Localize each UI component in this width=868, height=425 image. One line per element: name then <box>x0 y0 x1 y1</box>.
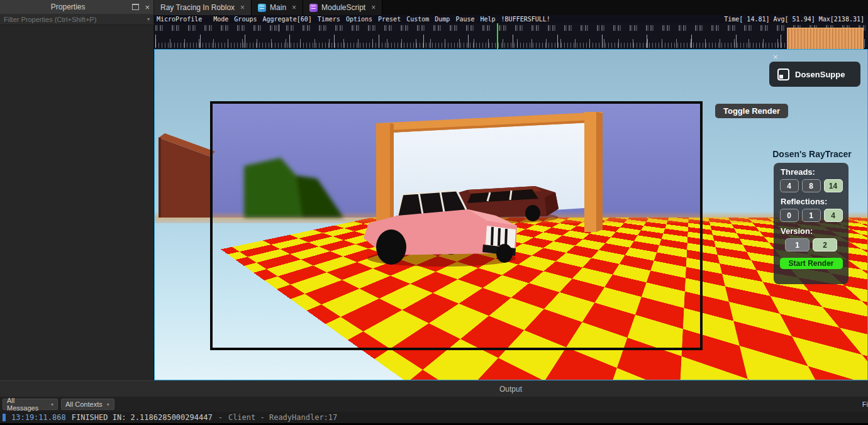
document-tab-bar: Ray Tracing In Roblox × Main × ModuleScr… <box>154 0 868 15</box>
threads-option-14[interactable]: 14 <box>824 179 843 192</box>
toggle-render-button[interactable]: Toggle Render <box>715 104 788 118</box>
message-type-icon <box>3 414 6 421</box>
notification-toast[interactable]: DosenSuppe <box>769 62 860 87</box>
group-icon <box>777 69 789 80</box>
microprofile-menu-item[interactable]: Custom <box>406 16 429 23</box>
log-separator: - <box>218 413 223 422</box>
output-panel-titlebar: Output <box>0 380 868 397</box>
messages-filter-dropdown[interactable]: All Messages ▾ <box>3 399 58 410</box>
reflections-label: Reflections: <box>774 197 849 206</box>
tab-label: Main <box>270 3 286 12</box>
microprofile-menu-bar: MicroProfile Mode Groups Aggregate[60] T… <box>154 15 868 23</box>
version-option-1[interactable]: 1 <box>785 238 810 251</box>
log-context: Client - ReadyHandler:17 <box>228 413 337 422</box>
chevron-down-icon: ▾ <box>107 402 109 407</box>
timeline-major-ticks <box>155 35 865 48</box>
brown-wall[interactable] <box>159 133 215 218</box>
microprofile-menu-item[interactable]: Timers <box>318 16 340 23</box>
reflections-option-0[interactable]: 0 <box>780 209 799 222</box>
reflections-option-1[interactable]: 1 <box>802 209 821 222</box>
notification-close-icon[interactable]: × <box>773 53 778 61</box>
contexts-filter-dropdown[interactable]: All Contexts ▾ <box>61 399 114 410</box>
chevron-down-icon[interactable]: ▾ <box>147 16 150 22</box>
properties-title: Properties <box>4 3 132 11</box>
microprofile-timeline[interactable] <box>154 23 868 49</box>
tab-label: Ray Tracing In Roblox <box>160 3 235 12</box>
microprofile-menu-item[interactable]: Preset <box>378 16 401 23</box>
start-render-button[interactable]: Start Render <box>780 258 843 269</box>
threads-label: Threads: <box>774 167 849 177</box>
notification-title: DosenSuppe <box>795 70 845 79</box>
microprofile-menu-item[interactable]: MicroProfile <box>157 16 202 23</box>
timeline-marker <box>279 25 279 31</box>
tab-main-script[interactable]: Main × <box>252 0 303 15</box>
raytracer-settings-panel: Threads: 4 8 14 Reflections: 0 1 4 Versi… <box>774 163 849 284</box>
filter-label-clipped[interactable]: Fi <box>862 400 868 408</box>
contexts-filter-label: All Contexts <box>65 400 103 408</box>
tab-close-icon[interactable]: × <box>292 3 296 12</box>
top-chrome: Ray Tracing In Roblox × Main × ModuleScr… <box>154 0 868 49</box>
tab-close-icon[interactable]: × <box>240 3 245 12</box>
timeline-frame-labels <box>155 25 865 31</box>
modulescript-icon <box>309 4 318 12</box>
version-label: Version: <box>774 226 849 236</box>
microprofile-buffer-warning: !BUFFERSFULL! <box>501 16 550 23</box>
pin-icon[interactable] <box>132 4 139 10</box>
chevron-down-icon: ▾ <box>51 402 53 407</box>
version-options: 1 2 <box>774 238 849 251</box>
log-message: FINISHED IN: 2.1186285000294447 <box>72 413 213 422</box>
threads-option-4[interactable]: 4 <box>780 179 799 192</box>
timeline-spike-histogram <box>787 28 864 49</box>
microprofile-menu-item[interactable]: Aggregate[60] <box>262 16 311 23</box>
tab-label: ModuleScript <box>321 3 365 12</box>
tab-ray-tracing-in-roblox[interactable]: Ray Tracing In Roblox × <box>154 0 252 15</box>
properties-header: Properties × <box>0 0 153 14</box>
messages-filter-label: All Messages <box>7 397 47 412</box>
threads-options: 4 8 14 <box>774 179 849 192</box>
microprofile-menu-item[interactable]: Options <box>346 16 372 23</box>
microprofile-menu-item[interactable]: Groups <box>234 16 257 23</box>
microprofile-menu-item[interactable]: Dump <box>435 16 450 23</box>
microprofile-menu-item[interactable]: Help <box>480 16 495 23</box>
3d-viewport[interactable]: × DosenSuppe Toggle Render Dosen's RayTr… <box>154 49 868 380</box>
threads-option-8[interactable]: 8 <box>802 179 821 192</box>
output-toolbar: All Messages ▾ All Contexts ▾ Fi <box>0 397 868 412</box>
properties-panel: Properties × ▾ <box>0 0 154 380</box>
script-icon <box>258 4 266 12</box>
raytracer-panel-title: Dosen's RayTracer <box>770 149 854 159</box>
reflections-option-4[interactable]: 4 <box>824 209 843 222</box>
output-log-row[interactable]: 13:19:11.868 FINISHED IN: 2.118628500029… <box>0 412 868 423</box>
tab-modulescript[interactable]: ModuleScript × <box>303 0 382 15</box>
microprofile-menu-item[interactable]: Mode <box>213 16 228 23</box>
log-timestamp: 13:19:11.868 <box>11 413 66 422</box>
reflections-options: 0 1 4 <box>774 209 849 222</box>
properties-filter-row: ▾ <box>0 14 153 25</box>
output-panel-title: Output <box>499 385 522 394</box>
close-icon[interactable]: × <box>145 3 150 11</box>
microprofile-menu-item[interactable]: Pause <box>455 16 474 23</box>
filter-properties-input[interactable] <box>4 16 147 23</box>
render-region-frame <box>210 101 703 350</box>
tab-close-icon[interactable]: × <box>371 3 376 12</box>
timeline-current-frame-marker <box>497 23 498 49</box>
version-option-2[interactable]: 2 <box>813 238 837 251</box>
microprofile-frame-stats: Time[ 14.81] Avg[ 51.94] Max[2138.31] <box>724 16 865 23</box>
properties-body <box>0 25 153 381</box>
